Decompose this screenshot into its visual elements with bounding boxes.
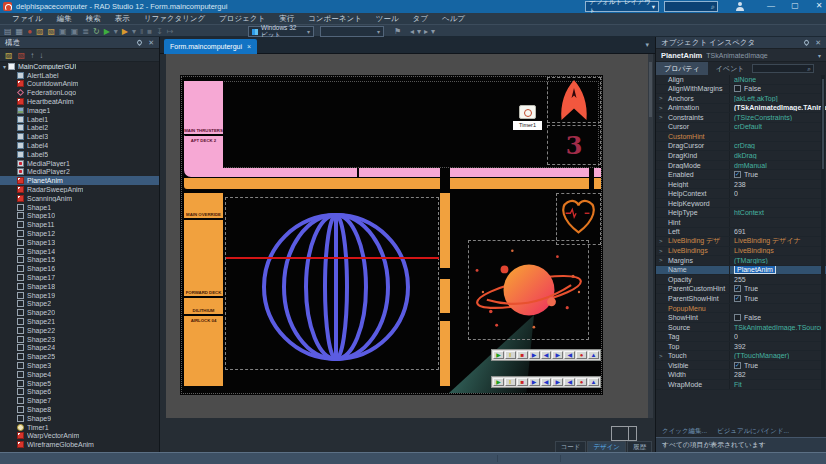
expand-icon[interactable]: > <box>659 353 663 359</box>
media-player-1[interactable]: ▶‖■▶◀▶◀●▲ <box>491 349 601 361</box>
menu-item-ファイル[interactable]: ファイル <box>5 13 50 24</box>
property-row-Animation[interactable]: >Animation(TSkAnimatedImage.TAnimation) <box>656 104 826 114</box>
tree-item-Shape11[interactable]: Shape11 <box>0 220 159 229</box>
expand-icon[interactable]: > <box>659 257 663 263</box>
property-value-Name[interactable]: PlanetAnim <box>734 266 776 275</box>
property-row-Hint[interactable]: Hint <box>656 218 826 228</box>
tree-item-Label4[interactable]: Label4 <box>0 141 159 150</box>
property-row-Constraints[interactable]: >Constraints(TSizeConstraints) <box>656 113 826 123</box>
tree-item-Label5[interactable]: Label5 <box>0 150 159 159</box>
media-back-button[interactable]: ◀ <box>564 351 575 359</box>
tree-item-Shape22[interactable]: Shape22 <box>0 326 159 335</box>
media-back-button[interactable]: ◀ <box>564 378 575 386</box>
property-value-Constraints[interactable]: (TSizeConstraints) <box>734 114 792 121</box>
property-row-ShowHint[interactable]: ShowHintFalse <box>656 313 826 323</box>
property-row-ParentShowHint[interactable]: ParentShowHint✓True <box>656 294 826 304</box>
property-value-LiveBinding デザ[interactable]: LiveBinding デザイナ <box>734 237 801 246</box>
designer-minimap[interactable] <box>611 426 637 441</box>
property-row-Enabled[interactable]: Enabled✓True <box>656 170 826 180</box>
property-value-Opacity[interactable]: 255 <box>734 276 746 283</box>
tree-item-Shape21[interactable]: Shape21 <box>0 317 159 326</box>
property-value-ShowHint[interactable]: False <box>744 314 761 321</box>
property-row-HelpContext[interactable]: HelpContext0 <box>656 189 826 199</box>
tree-item-Shape4[interactable]: Shape4 <box>0 370 159 379</box>
media-eject-button[interactable]: ▲ <box>588 351 599 359</box>
close-icon[interactable]: ✕ <box>815 39 821 47</box>
property-row-Name[interactable]: NamePlanetAnim <box>656 266 826 276</box>
property-row-PopupMenu[interactable]: PopupMenu <box>656 304 826 314</box>
property-row-Width[interactable]: Width282 <box>656 370 826 380</box>
pin-icon[interactable] <box>136 39 143 46</box>
property-row-DragKind[interactable]: DragKinddkDrag <box>656 151 826 161</box>
lcars-orange-block-3[interactable]: DILITHIUM <box>184 298 223 314</box>
property-row-HelpKeyword[interactable]: HelpKeyword <box>656 199 826 209</box>
menu-item-タブ[interactable]: タブ <box>406 13 435 24</box>
lcars-orange-block-2[interactable]: FORWARD DECK <box>184 220 223 296</box>
tree-item-Shape9[interactable]: Shape9 <box>0 414 159 423</box>
pin-icon[interactable] <box>803 39 810 46</box>
inspector-scrollbar[interactable] <box>821 75 825 390</box>
user-account-icon[interactable] <box>735 2 744 11</box>
lcars-vertical-strip-1[interactable] <box>440 193 450 268</box>
lcars-yellow-bar-seg[interactable] <box>450 178 589 189</box>
tree-item-MediaPlayer1[interactable]: MediaPlayer1 <box>0 159 159 168</box>
menu-item-ツール[interactable]: ツール <box>369 13 406 24</box>
property-value-Height[interactable]: 238 <box>734 181 746 188</box>
tree-root-MainComputerGUI[interactable]: ▾MainComputerGUI <box>0 62 159 71</box>
tree-item-Shape24[interactable]: Shape24 <box>0 344 159 353</box>
property-value-Tag[interactable]: 0 <box>734 333 738 340</box>
tree-item-Shape14[interactable]: Shape14 <box>0 247 159 256</box>
tree-item-CountdownAnim[interactable]: CountdownAnim <box>0 80 159 89</box>
property-value-Visible[interactable]: True <box>744 362 758 369</box>
property-value-Align[interactable]: alNone <box>734 76 756 83</box>
property-row-DragMode[interactable]: DragModedmManual <box>656 161 826 171</box>
menu-item-リファクタリング[interactable]: リファクタリング <box>137 13 212 24</box>
planet-anim-bounds[interactable] <box>468 240 589 340</box>
property-row-Cursor[interactable]: CursorcrDefault <box>656 123 826 133</box>
tree-item-Shape23[interactable]: Shape23 <box>0 335 159 344</box>
editor-view-tab-履歴[interactable]: 履歴 <box>627 441 652 452</box>
checkbox-checked[interactable]: ✓ <box>734 362 741 369</box>
property-row-Left[interactable]: Left691 <box>656 228 826 238</box>
property-value-AlignWithMargins[interactable]: False <box>744 85 761 92</box>
property-value-Source[interactable]: TSkAnimatedImage.TSource <box>734 324 824 331</box>
checkbox-unchecked[interactable] <box>734 314 741 321</box>
checkbox-checked[interactable]: ✓ <box>734 295 741 302</box>
structure-move-up-icon[interactable]: ↑ <box>30 51 34 60</box>
editor-view-tab-デザイン[interactable]: デザイン <box>587 441 626 452</box>
media-next-button[interactable]: ▶ <box>529 351 540 359</box>
tree-item-MediaPlayer2[interactable]: MediaPlayer2 <box>0 168 159 177</box>
property-row-Height[interactable]: Height238 <box>656 180 826 190</box>
property-row-ParentCustomHint[interactable]: ParentCustomHint✓True <box>656 285 826 295</box>
property-row-Align[interactable]: AlignalNone <box>656 75 826 85</box>
tree-item-Shape2[interactable]: Shape2 <box>0 300 159 309</box>
property-value-ParentShowHint[interactable]: True <box>744 295 758 302</box>
inspector-quick-link[interactable]: ビジュアルにバインド... <box>717 427 789 436</box>
tree-item-Label2[interactable]: Label2 <box>0 124 159 133</box>
lcars-vertical-strip-3[interactable] <box>440 321 450 386</box>
media-next-button[interactable]: ▶ <box>529 378 540 386</box>
tree-item-Timer1[interactable]: Timer1 <box>0 423 159 432</box>
property-value-Animation[interactable]: (TSkAnimatedImage.TAnimation) <box>734 104 826 111</box>
tree-item-Shape13[interactable]: Shape13 <box>0 238 159 247</box>
tree-item-Shape17[interactable]: Shape17 <box>0 273 159 282</box>
property-value-Cursor[interactable]: crDefault <box>734 123 762 130</box>
property-row-HelpType[interactable]: HelpTypehtContext <box>656 208 826 218</box>
tree-item-WireframeGlobeAnim[interactable]: WireframeGlobeAnim <box>0 440 159 449</box>
property-row-Visible[interactable]: Visible✓True <box>656 361 826 371</box>
tree-item-Label3[interactable]: Label3 <box>0 132 159 141</box>
media-play-button[interactable]: ▶ <box>493 351 504 359</box>
property-value-ParentCustomHint[interactable]: True <box>744 285 758 292</box>
checkbox-checked[interactable]: ✓ <box>734 171 741 178</box>
designer-canvas[interactable]: MAIN THRUSTERS AFT DECK 2 MAIN OVERRIDE … <box>166 54 648 418</box>
property-row-WrapMode[interactable]: WrapModeFit <box>656 380 826 390</box>
designed-form-maincomputergui[interactable]: MAIN THRUSTERS AFT DECK 2 MAIN OVERRIDE … <box>180 75 603 395</box>
federation-logo-bounds[interactable] <box>547 77 601 123</box>
lcars-pink-bar-seg1[interactable] <box>223 168 357 177</box>
property-value-DragMode[interactable]: dmManual <box>734 162 767 169</box>
menu-item-検索[interactable]: 検索 <box>79 13 108 24</box>
expand-icon[interactable]: > <box>659 105 663 111</box>
tree-item-HeartbeatAnim[interactable]: HeartbeatAnim <box>0 97 159 106</box>
tree-item-Shape12[interactable]: Shape12 <box>0 229 159 238</box>
lcars-pink-block-2[interactable]: AFT DECK 2 <box>184 136 223 177</box>
